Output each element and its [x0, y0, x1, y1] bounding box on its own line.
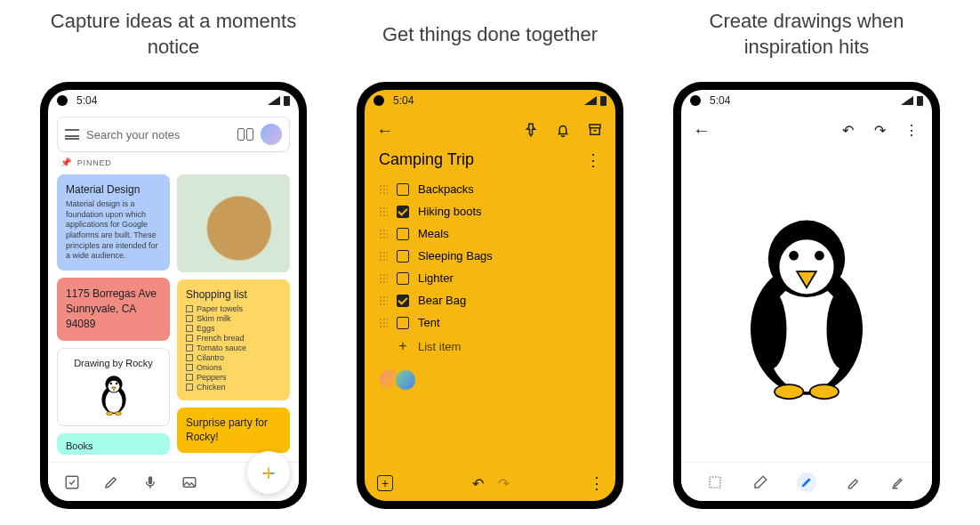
checkbox[interactable] [397, 272, 409, 285]
drawing-canvas[interactable] [681, 149, 932, 462]
headline-1: Capture ideas at a moments notice [40, 9, 307, 61]
status-bar: 5:04 [48, 90, 299, 111]
note-title[interactable]: Camping Trip [379, 150, 474, 169]
svg-point-20 [789, 251, 799, 261]
checkbox[interactable] [397, 228, 409, 240]
more-menu-icon[interactable]: ⋮ [585, 152, 601, 168]
note-books[interactable]: Books [57, 433, 170, 455]
screen-3: 5:04 ← ↶ ↷ ⋮ [681, 90, 932, 501]
highlighter-tool-icon[interactable] [888, 472, 908, 492]
status-time: 5:04 [76, 94, 97, 107]
drawing-top-bar: ← ↶ ↷ ⋮ [681, 111, 932, 149]
panel-capture-ideas: Capture ideas at a moments notice 5:04 S… [40, 9, 307, 525]
note-title-row: Camping Trip ⋮ [365, 149, 615, 178]
undo-icon[interactable]: ↶ [465, 475, 491, 492]
pen-tool-icon[interactable] [797, 472, 816, 492]
note-bottom-bar: + ↶ ↷ ⋮ [365, 465, 615, 501]
panel-create-drawings: Create drawings when inspiration hits 5:… [673, 9, 940, 525]
headline-2: Get things done together [382, 9, 598, 61]
back-arrow-icon[interactable]: ← [694, 122, 710, 138]
signal-icon [584, 96, 597, 105]
eraser-tool-icon[interactable] [751, 472, 770, 492]
pin-icon[interactable] [523, 122, 539, 138]
screen-2: 5:04 ← Camping Trip [365, 90, 615, 501]
front-camera [57, 95, 68, 106]
note-address[interactable]: 1175 Borregas Ave Sunnyvale, CA 94089 [57, 278, 170, 340]
front-camera [690, 95, 701, 106]
profile-avatar[interactable] [261, 124, 282, 145]
redo-icon[interactable]: ↷ [872, 122, 888, 138]
drag-handle-icon[interactable] [379, 206, 388, 217]
list-item[interactable]: Lighter [379, 267, 601, 289]
reminder-bell-icon[interactable] [555, 122, 571, 138]
svg-point-4 [109, 382, 111, 384]
new-note-fab[interactable]: + [247, 451, 290, 494]
svg-rect-9 [66, 476, 78, 489]
status-bar: 5:04 [365, 90, 615, 111]
panel-done-together: Get things done together 5:04 ← [357, 9, 623, 525]
drag-handle-icon[interactable] [379, 251, 388, 262]
front-camera [374, 95, 384, 106]
search-input[interactable]: Search your notes [86, 128, 230, 141]
svg-point-21 [815, 251, 824, 261]
hamburger-menu-icon[interactable] [65, 129, 79, 140]
phone-frame-2: 5:04 ← Camping Trip [357, 82, 623, 509]
checkbox[interactable] [397, 206, 409, 218]
select-tool-icon[interactable] [705, 472, 725, 492]
list-item[interactable]: Hiking boots [379, 200, 601, 222]
add-content-icon[interactable]: + [377, 475, 393, 491]
svg-point-16 [755, 289, 787, 369]
checkbox[interactable] [397, 183, 409, 196]
collaborator-avatar[interactable] [395, 369, 416, 391]
headline-3: Create drawings when inspiration hits [673, 9, 940, 61]
checkbox[interactable] [397, 317, 409, 329]
drawing-toolbar [681, 462, 932, 501]
new-audio-icon[interactable] [142, 474, 158, 490]
redo-icon[interactable]: ↷ [491, 475, 517, 492]
svg-point-5 [116, 382, 117, 384]
drag-handle-icon[interactable] [379, 318, 388, 328]
status-bar: 5:04 [681, 90, 932, 111]
svg-point-7 [106, 411, 112, 415]
collaborators-row[interactable] [365, 359, 615, 401]
search-bar[interactable]: Search your notes [57, 117, 290, 152]
svg-rect-10 [149, 476, 153, 484]
drag-handle-icon[interactable] [379, 184, 388, 195]
undo-icon[interactable]: ↶ [839, 122, 855, 138]
add-list-item[interactable]: +List item [379, 334, 601, 359]
signal-icon [901, 96, 913, 105]
svg-point-23 [775, 384, 803, 399]
checkbox[interactable] [397, 295, 409, 307]
new-checklist-icon[interactable] [64, 474, 80, 490]
drag-handle-icon[interactable] [379, 295, 388, 306]
checkbox[interactable] [397, 250, 409, 262]
pin-icon: 📌 [60, 158, 72, 167]
note-material-design[interactable]: Material Design Material design is a fou… [57, 174, 170, 271]
list-item[interactable]: Sleeping Bags [379, 245, 601, 267]
marker-tool-icon[interactable] [843, 472, 863, 492]
drag-handle-icon[interactable] [379, 273, 388, 284]
status-time: 5:04 [393, 94, 414, 107]
note-shopping-list[interactable]: Shopping list Paper towels Skim milk Egg… [177, 279, 290, 400]
archive-icon[interactable] [587, 122, 603, 138]
new-drawing-icon[interactable] [103, 474, 119, 490]
battery-icon [600, 96, 606, 106]
note-surprise-party[interactable]: Surprise party for Rocky! [177, 408, 290, 453]
list-item[interactable]: Tent [379, 311, 601, 334]
back-arrow-icon[interactable]: ← [377, 122, 393, 138]
note-image-dog[interactable] [177, 174, 290, 272]
new-image-icon[interactable] [181, 474, 197, 490]
list-item[interactable]: Bear Bag [379, 289, 601, 311]
drag-handle-icon[interactable] [379, 229, 388, 239]
penguin-drawing [727, 207, 887, 403]
status-time: 5:04 [710, 94, 730, 107]
svg-rect-13 [590, 125, 600, 128]
screen-1: 5:04 Search your notes 📌 PINNED Material… [48, 90, 299, 501]
more-options-icon[interactable]: ⋮ [589, 473, 603, 493]
list-item[interactable]: Backpacks [379, 178, 601, 200]
list-item[interactable]: Meals [379, 222, 601, 245]
more-menu-icon[interactable]: ⋮ [904, 122, 920, 138]
view-toggle-icon[interactable] [237, 128, 253, 141]
plus-icon: + [261, 459, 275, 487]
note-drawing[interactable]: Drawing by Rocky [57, 348, 170, 426]
